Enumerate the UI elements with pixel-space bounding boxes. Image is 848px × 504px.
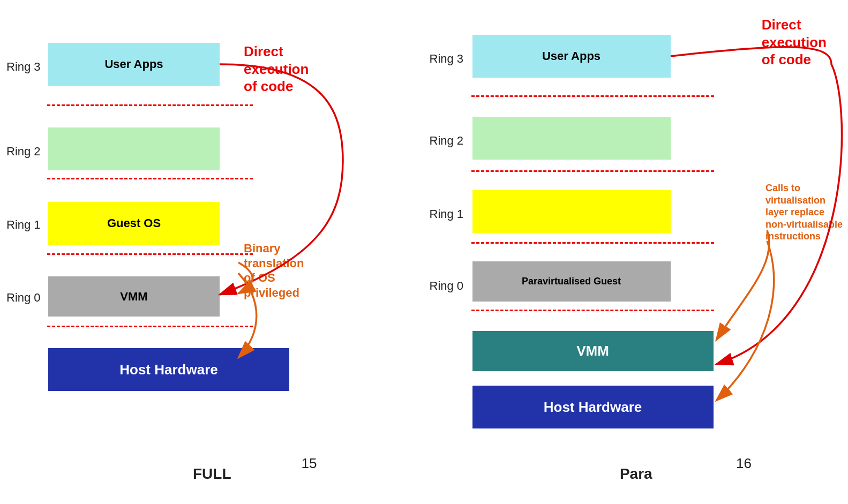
left-guest-os-text: Guest OS: [107, 216, 161, 230]
right-ring2-label: Ring 2: [430, 134, 464, 148]
left-vmm-text: VMM: [120, 290, 147, 304]
right-direct-annotation: Direct execution of code: [762, 16, 827, 69]
left-ring2-box: [48, 127, 220, 170]
right-dashed-2: [471, 170, 715, 172]
right-diagram-label: Para: [620, 465, 652, 483]
left-guest-os-box: Guest OS: [48, 202, 220, 245]
left-ring2-label: Ring 2: [6, 145, 41, 159]
left-user-apps-box: User Apps: [48, 43, 220, 86]
left-dashed-2: [47, 178, 253, 179]
left-direct-annotation: Direct execution of code: [244, 43, 309, 95]
left-binary-annotation: Binary translation of OS privileged: [244, 241, 304, 300]
right-user-apps-box: User Apps: [472, 35, 671, 78]
right-vmm-box: VMM: [472, 331, 714, 371]
right-paravirt-text: Paravirtualised Guest: [522, 276, 621, 287]
left-diagram: Ring 3 Ring 2 Ring 1 Ring 0 User Apps Gu…: [0, 0, 424, 504]
left-host-hardware-text: Host Hardware: [119, 362, 218, 378]
left-host-hardware-box: Host Hardware: [48, 348, 289, 391]
left-vmm-box: VMM: [48, 276, 220, 317]
right-ring3-label: Ring 3: [430, 52, 464, 66]
right-diagram: Ring 3 Ring 2 Ring 1 Ring 0 User Apps Pa…: [424, 0, 849, 504]
right-ring1-label: Ring 1: [430, 207, 464, 221]
right-host-hardware-box: Host Hardware: [472, 386, 714, 428]
right-ring0-label: Ring 0: [430, 279, 464, 293]
right-ring2-box: [472, 117, 671, 160]
right-vmm-text: VMM: [576, 343, 609, 359]
right-calls-annotation: Calls to virtualisation layer replace no…: [766, 182, 843, 243]
left-dashed-3: [47, 253, 253, 255]
right-host-hardware-text: Host Hardware: [544, 399, 642, 416]
right-paravirt-box: Paravirtualised Guest: [472, 261, 671, 302]
right-page-number: 16: [736, 455, 752, 472]
page-container: Ring 3 Ring 2 Ring 1 Ring 0 User Apps Gu…: [0, 0, 848, 504]
left-diagram-label: FULL: [193, 465, 231, 483]
left-dashed-1: [47, 104, 253, 106]
right-dashed-4: [471, 310, 715, 311]
left-user-apps-text: User Apps: [104, 57, 163, 71]
left-dashed-4: [47, 326, 253, 327]
right-dashed-3: [471, 242, 715, 244]
left-ring1-label: Ring 1: [6, 218, 41, 232]
left-ring3-label: Ring 3: [6, 60, 41, 74]
right-user-apps-text: User Apps: [542, 49, 601, 63]
left-ring0-label: Ring 0: [6, 291, 41, 305]
left-page-number: 15: [302, 455, 317, 472]
right-ring1-box: [472, 190, 671, 233]
right-dashed-1: [471, 95, 715, 97]
